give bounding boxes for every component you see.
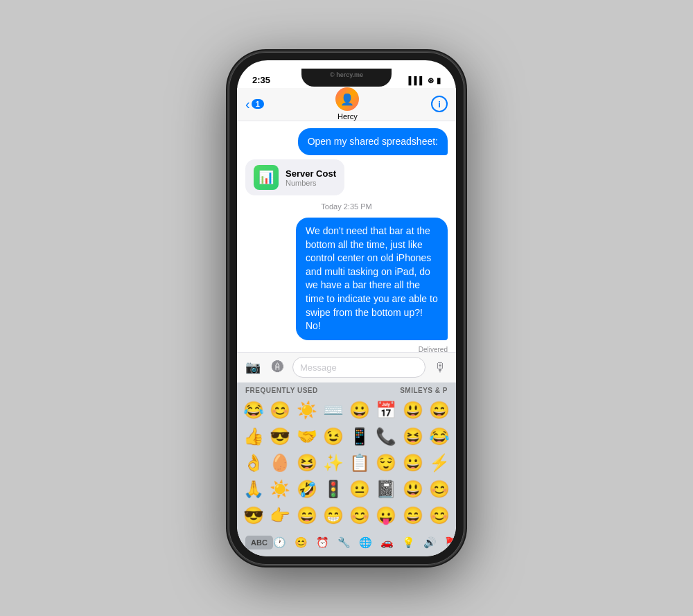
signal-icon: ▌▌▌ (409, 76, 425, 85)
emoji-ok-hand[interactable]: 👌 (241, 450, 266, 475)
emoji-wink[interactable]: 😉 (321, 424, 346, 449)
emoji-sparkles[interactable]: ✨ (321, 450, 346, 475)
contact-name: Hercy (337, 112, 358, 121)
emoji-sun-2[interactable]: ☀️ (267, 477, 292, 502)
emoji-smile-7[interactable]: 😊 (427, 503, 452, 528)
emoji-laugh-2[interactable]: 😂 (427, 424, 452, 449)
status-time: 2:35 (252, 75, 270, 85)
emoji-laughing-2[interactable]: 😆 (401, 424, 426, 449)
kb-alarm-icon[interactable]: ⏰ (316, 536, 329, 549)
message-placeholder: Message (300, 362, 337, 373)
kb-bulb-icon[interactable]: 💡 (402, 536, 415, 549)
emoji-freq-label: FREQUENTLY USED (245, 387, 318, 394)
chat-area: Open my shared spreadsheet: 📊 Server Cos… (237, 121, 456, 352)
attachment-subtitle: Numbers (286, 179, 336, 187)
emoji-sun[interactable]: ☀️ (295, 398, 319, 423)
message-text-1: Open my shared spreadsheet: (308, 136, 438, 147)
wifi-icon: ⊛ (428, 76, 434, 85)
attachment-title: Server Cost (286, 168, 336, 179)
attachment-info: Server Cost Numbers (286, 168, 336, 187)
abc-button[interactable]: ABC (245, 536, 273, 549)
emoji-smile-4[interactable]: 😊 (427, 477, 452, 502)
avatar-emoji: 👤 (340, 93, 354, 106)
watermark-text: © hercy.me (330, 71, 363, 78)
emoji-smiley[interactable]: 😃 (401, 398, 426, 423)
kb-car-icon[interactable]: 🚗 (380, 536, 394, 549)
emoji-thumbsup[interactable]: 👍 (241, 424, 266, 449)
emoji-point-right[interactable]: 👉 (267, 503, 292, 528)
nav-bar: ‹ 1 👤 Hercy i (237, 88, 456, 121)
emoji-squint[interactable]: 😆 (295, 450, 319, 475)
emoji-cool[interactable]: 😎 (241, 503, 266, 528)
emoji-pray[interactable]: 🙏 (241, 477, 266, 502)
message-timestamp: Today 2:35 PM (321, 202, 371, 211)
mic-button[interactable]: 🎙 (430, 357, 450, 378)
emoji-grin-4[interactable]: 😃 (401, 477, 426, 502)
emoji-handshake[interactable]: 🤝 (295, 424, 319, 449)
emoji-relieved[interactable]: 😌 (374, 450, 398, 475)
emoji-smile-5[interactable]: 😊 (347, 503, 372, 528)
emoji-rofl[interactable]: 🤣 (295, 477, 319, 502)
info-button[interactable]: i (431, 96, 448, 112)
kb-sound-icon[interactable]: 🔊 (423, 536, 437, 549)
emoji-egg[interactable]: 🥚 (267, 450, 292, 475)
emoji-beaming[interactable]: 😁 (321, 503, 346, 528)
battery-icon: ▮ (437, 76, 441, 85)
message-bubble-sent-1: Open my shared spreadsheet: (298, 128, 448, 156)
status-icons: ▌▌▌ ⊛ ▮ (409, 76, 441, 85)
emoji-zap[interactable]: ⚡ (427, 450, 452, 475)
kb-emoji-icon[interactable]: 😊 (295, 536, 308, 549)
phone-device: 2:35 © hercy.me ▌▌▌ ⊛ ▮ ‹ 1 👤 Hercy i (229, 52, 464, 565)
emoji-notebook[interactable]: 📓 (374, 477, 398, 502)
message-text-2: We don't need that bar at the bottom all… (306, 225, 438, 331)
numbers-icon: 📊 (254, 165, 279, 190)
numbers-chart-icon: 📊 (258, 170, 274, 185)
emoji-smiling[interactable]: 😊 (267, 398, 292, 423)
emoji-laughing[interactable]: 😂 (241, 398, 266, 423)
emoji-smileys-label: SMILEYS & P (400, 387, 448, 394)
emoji-grin-3[interactable]: 😀 (401, 450, 426, 475)
delivery-status: Delivered (419, 346, 448, 352)
message-bubble-sent-2: We don't need that bar at the bottom all… (296, 218, 448, 340)
phone-screen: 2:35 © hercy.me ▌▌▌ ⊛ ▮ ‹ 1 👤 Hercy i (237, 60, 456, 556)
emoji-calendar[interactable]: 📅 (374, 398, 398, 423)
emoji-traffic[interactable]: 🚦 (321, 477, 346, 502)
emoji-stuck-out[interactable]: 😛 (374, 503, 398, 528)
emoji-keyboard: FREQUENTLY USED SMILEYS & P 😂 😊 ☀️ ⌨️ 😀 … (237, 382, 456, 556)
input-bar: 📷 🅐 Message 🎙 (237, 352, 456, 382)
keyboard-icon-row: 🕐 😊 ⏰ 🔧 🌐 🚗 💡 🔊 🚩 (273, 536, 456, 549)
back-button[interactable]: ‹ 1 (245, 96, 264, 112)
chevron-left-icon: ‹ (245, 96, 250, 112)
nav-center[interactable]: 👤 Hercy (335, 87, 359, 121)
contact-avatar: 👤 (335, 87, 359, 111)
info-icon: i (438, 99, 441, 109)
emoji-grid: 😂 😊 ☀️ ⌨️ 😀 📅 😃 😄 👍 😎 🤝 😉 📱 📞 😆 😂 👌 (237, 396, 456, 531)
back-badge: 1 (252, 99, 264, 109)
attachment-card[interactable]: 📊 Server Cost Numbers (245, 159, 344, 195)
emoji-big-smile[interactable]: 😄 (295, 503, 319, 528)
kb-clock-icon[interactable]: 🕐 (273, 536, 286, 549)
emoji-telephone[interactable]: 📞 (374, 424, 398, 449)
appstore-button[interactable]: 🅐 (267, 357, 288, 378)
emoji-grinning[interactable]: 😀 (347, 398, 372, 423)
emoji-smile[interactable]: 😄 (427, 398, 452, 423)
emoji-sunglasses-face[interactable]: 😎 (267, 424, 292, 449)
emoji-notepad[interactable]: 📋 (347, 450, 372, 475)
emoji-keyboard-header: FREQUENTLY USED SMILEYS & P (237, 382, 456, 396)
keyboard-bottom-bar: ABC 🕐 😊 ⏰ 🔧 🌐 🚗 💡 🔊 🚩 ⌫ (237, 531, 456, 556)
camera-button[interactable]: 📷 (243, 357, 263, 378)
emoji-neutral[interactable]: 😐 (347, 477, 372, 502)
camera-icon: 📷 (245, 360, 261, 375)
kb-globe-icon[interactable]: 🌐 (359, 536, 372, 549)
mic-icon: 🎙 (434, 360, 446, 375)
emoji-phone[interactable]: 📱 (347, 424, 372, 449)
message-input[interactable]: Message (292, 357, 426, 378)
emoji-smile-6[interactable]: 😄 (401, 503, 426, 528)
kb-wrench-icon[interactable]: 🔧 (337, 536, 351, 549)
appstore-icon: 🅐 (272, 360, 284, 375)
emoji-keyboard-emoji[interactable]: ⌨️ (321, 398, 346, 423)
